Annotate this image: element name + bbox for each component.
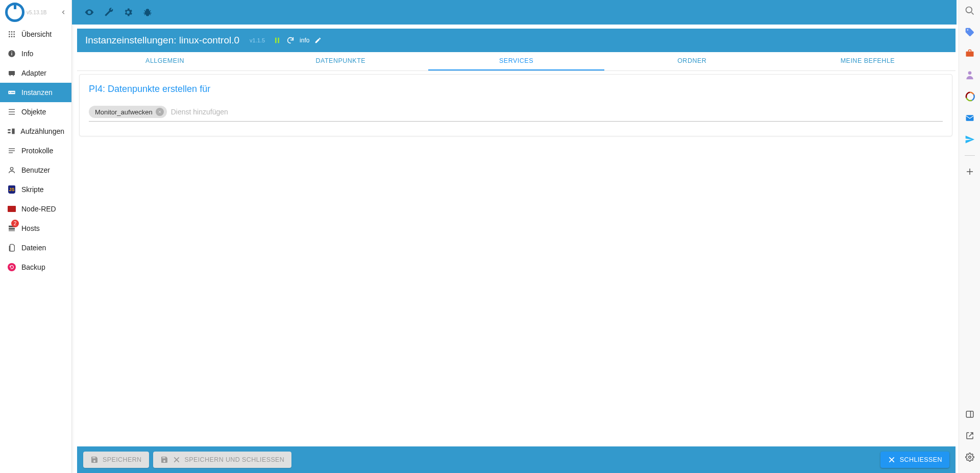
tabs-row: ALLGEMEIN DATENPUNKTE SERVICES ORDNER ME… xyxy=(77,52,955,71)
sidebar-item-scripts[interactable]: JS Skripte xyxy=(0,180,71,199)
shield-icon: JS xyxy=(7,185,16,194)
wrench-icon[interactable] xyxy=(104,7,114,17)
svg-rect-36 xyxy=(966,115,973,121)
svg-point-1 xyxy=(11,31,13,33)
svg-point-3 xyxy=(9,34,10,35)
pause-icon[interactable] xyxy=(273,36,281,44)
svg-rect-14 xyxy=(13,75,14,76)
sidebar-right xyxy=(959,0,980,473)
svg-rect-34 xyxy=(966,52,973,57)
app-ring-icon[interactable] xyxy=(964,91,975,102)
sidebar-item-adapter[interactable]: Adapter xyxy=(0,63,71,83)
app-logo xyxy=(5,3,24,22)
sidebar-item-label: Aufzählungen xyxy=(20,127,64,135)
svg-rect-37 xyxy=(966,411,973,417)
sidebar-item-label: Benutzer xyxy=(21,166,50,174)
tab-services[interactable]: SERVICES xyxy=(428,52,604,70)
eye-icon[interactable] xyxy=(84,7,94,17)
tab-datenpunkte[interactable]: DATENPUNKTE xyxy=(253,52,428,70)
sidebar-item-logs[interactable]: Protokolle xyxy=(0,141,71,160)
sidebar-item-info[interactable]: Info xyxy=(0,44,71,63)
service-chip: Monitor_aufwecken xyxy=(89,106,167,118)
nodered-icon xyxy=(7,204,16,214)
svg-point-7 xyxy=(11,36,13,37)
info-link[interactable]: info xyxy=(300,37,309,44)
svg-rect-26 xyxy=(9,152,13,153)
files-icon xyxy=(7,243,16,252)
chip-label: Monitor_aufwecken xyxy=(95,108,153,116)
person-icon[interactable] xyxy=(964,69,975,81)
svg-rect-10 xyxy=(11,53,12,56)
sidebar-item-instances[interactable]: Instanzen xyxy=(0,83,71,102)
save-close-button[interactable]: SPEICHERN UND SCHLIESSEN xyxy=(153,452,292,468)
bug-icon[interactable] xyxy=(142,7,153,17)
instance-header: Instanzeinstellungen: linux-control.0 v1… xyxy=(77,29,955,52)
sidebar-item-files[interactable]: Dateien xyxy=(0,238,71,257)
sidebar-item-objects[interactable]: Objekte xyxy=(0,102,71,122)
sidebar-item-label: Skripte xyxy=(21,185,44,194)
svg-rect-24 xyxy=(9,148,15,149)
chip-remove-icon[interactable] xyxy=(156,108,164,116)
svg-point-2 xyxy=(13,31,15,33)
top-toolbar xyxy=(72,0,957,25)
service-input[interactable] xyxy=(171,108,943,116)
panel-title: PI4: Datenpunkte erstellen für xyxy=(89,84,943,94)
sidebar-header: v5.13.1B xyxy=(0,0,71,25)
sidebar-item-users[interactable]: Benutzer xyxy=(0,160,71,180)
svg-rect-29 xyxy=(9,228,15,229)
svg-point-0 xyxy=(9,31,10,33)
svg-rect-25 xyxy=(9,150,15,151)
svg-rect-22 xyxy=(8,132,11,133)
svg-rect-18 xyxy=(9,109,15,110)
sidebar-item-nodered[interactable]: Node-RED xyxy=(0,199,71,219)
settings-icon[interactable] xyxy=(964,452,975,463)
briefcase-icon[interactable] xyxy=(964,48,975,59)
svg-point-27 xyxy=(10,168,13,170)
refresh-icon[interactable] xyxy=(286,36,295,44)
svg-point-5 xyxy=(13,34,15,35)
svg-rect-13 xyxy=(10,75,10,76)
tag-icon[interactable] xyxy=(964,27,975,38)
sidebar-item-label: Übersicht xyxy=(21,30,52,38)
edit-icon[interactable] xyxy=(314,37,322,44)
sidebar-item-label: Backup xyxy=(21,263,45,271)
sidebar-item-hosts[interactable]: Hosts 2 xyxy=(0,219,71,238)
tab-ordner[interactable]: ORDNER xyxy=(604,52,780,70)
sidebar-item-backup[interactable]: Backup xyxy=(0,257,71,277)
external-link-icon[interactable] xyxy=(964,430,975,441)
services-panel: PI4: Datenpunkte erstellen für Monitor_a… xyxy=(79,74,952,136)
bottom-action-bar: SPEICHERN SPEICHERN UND SCHLIESSEN SCHLI… xyxy=(77,446,955,473)
sidebar-item-label: Info xyxy=(21,50,33,58)
lines-icon xyxy=(7,146,16,155)
info-icon xyxy=(7,49,16,58)
send-icon[interactable] xyxy=(964,134,975,145)
sidebar-item-label: Instanzen xyxy=(21,88,53,97)
sidebar-item-overview[interactable]: Übersicht xyxy=(0,25,71,44)
collapse-sidebar-button[interactable] xyxy=(58,7,68,17)
close-button[interactable]: SCHLIESSEN xyxy=(880,452,949,468)
search-icon[interactable] xyxy=(964,5,975,16)
svg-point-33 xyxy=(966,7,972,13)
svg-rect-32 xyxy=(278,38,279,43)
backup-icon xyxy=(7,263,16,272)
svg-point-6 xyxy=(9,36,10,37)
plus-icon[interactable] xyxy=(964,166,975,177)
svg-point-16 xyxy=(9,92,10,93)
hosts-badge: 2 xyxy=(11,220,19,227)
panel-icon[interactable] xyxy=(964,409,975,420)
tab-meine-befehle[interactable]: MEINE BEFEHLE xyxy=(780,52,955,70)
svg-point-11 xyxy=(11,52,12,53)
instance-title: Instanzeinstellungen: linux-control.0 xyxy=(85,35,239,46)
app-version: v5.13.1B xyxy=(27,10,46,15)
mail-icon[interactable] xyxy=(964,112,975,124)
svg-rect-12 xyxy=(9,71,15,75)
gear-icon[interactable] xyxy=(123,7,133,17)
sidebar-item-label: Dateien xyxy=(21,244,46,252)
sidebar-item-label: Objekte xyxy=(21,108,46,116)
svg-rect-23 xyxy=(12,129,15,134)
instances-icon xyxy=(7,88,16,97)
svg-rect-17 xyxy=(11,92,15,92)
tab-allgemein[interactable]: ALLGEMEIN xyxy=(77,52,253,70)
save-button[interactable]: SPEICHERN xyxy=(83,452,149,468)
sidebar-item-enums[interactable]: Aufzählungen xyxy=(0,122,71,141)
